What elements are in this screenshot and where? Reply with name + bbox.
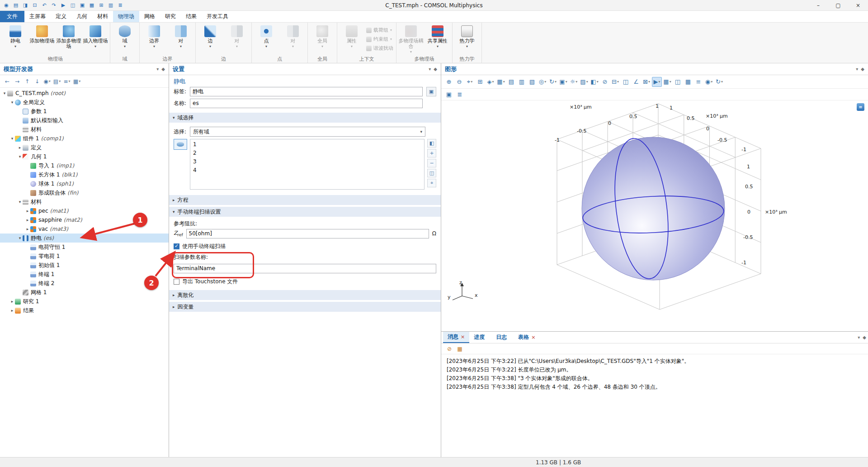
ribbon-button[interactable]: 对 <box>168 24 194 48</box>
tree-node[interactable]: 零电荷 1 <box>0 252 169 261</box>
new-file-icon[interactable]: ▤ <box>11 1 20 10</box>
tree-node[interactable]: 电荷守恒 1 <box>0 243 169 252</box>
export-touchstone-checkbox[interactable] <box>174 279 179 285</box>
zoom-to-selection-icon[interactable]: ⌖ <box>427 179 436 187</box>
deselect-all-icon[interactable]: ⊘ <box>600 77 610 87</box>
xy-view-icon[interactable]: ▤ <box>506 77 516 87</box>
domain-list-item[interactable]: 1 <box>190 140 424 149</box>
color-theme-icon[interactable]: ▨ <box>579 77 589 87</box>
clip-plane-icon[interactable]: ⊠ <box>642 77 651 87</box>
save-icon[interactable]: ⊡ <box>30 1 39 10</box>
section-discretization[interactable]: 离散化 <box>169 290 441 300</box>
expand-arrow-icon[interactable]: ▾ <box>17 200 23 204</box>
ribbon-tab[interactable]: 研究 <box>160 11 181 22</box>
collapse-all-icon[interactable]: ▤ <box>52 77 61 86</box>
ribbon-button[interactable]: 属性 <box>339 24 365 48</box>
print-icon[interactable]: ≣ <box>455 90 465 100</box>
expand-arrow-icon[interactable]: ▸ <box>9 308 15 313</box>
go-to-default-view-icon[interactable]: ◈ <box>486 77 495 87</box>
view-menu-icon[interactable]: ▦ <box>496 77 506 87</box>
hide-objects-icon[interactable]: ⊟ <box>610 77 620 87</box>
messages-tab[interactable]: 消息 × <box>443 332 469 343</box>
tree-node[interactable]: ▾ 全局定义 <box>0 98 169 107</box>
back-icon[interactable]: ← <box>3 77 12 86</box>
panel-options-icon[interactable]: ▾ <box>858 335 860 340</box>
tree-node[interactable]: ▸ pec (mat1) <box>0 206 169 215</box>
zoom-box-icon[interactable]: ⌖ <box>465 77 475 87</box>
tree-node[interactable]: 网格 1 <box>0 288 169 297</box>
section-dependent-variables[interactable]: 因变量 <box>169 302 441 312</box>
image-menu-icon[interactable]: ▣ <box>558 77 568 87</box>
messages-tab[interactable]: 表格 × <box>514 332 540 343</box>
sweep-param-input[interactable] <box>174 264 436 273</box>
open-file-icon[interactable]: ◨ <box>21 1 30 10</box>
close-button[interactable]: × <box>848 0 868 10</box>
tree-node[interactable]: 终端 2 <box>0 279 169 288</box>
render-options-icon[interactable]: ◉ <box>704 77 714 87</box>
tree-node[interactable]: 球体 1 (sph1) <box>0 179 169 188</box>
zoom-extents-icon[interactable]: ⊞ <box>475 77 485 87</box>
zx-view-icon[interactable]: ▧ <box>527 77 537 87</box>
ribbon-tab[interactable]: 网格 <box>139 11 160 22</box>
tree-node[interactable]: 长方体 1 (blk1) <box>0 170 169 179</box>
expand-arrow-icon[interactable]: ▾ <box>17 236 23 240</box>
expand-arrow-icon[interactable]: ▸ <box>9 299 15 304</box>
transparency-icon[interactable]: ◫ <box>621 77 631 87</box>
ribbon-tab[interactable]: 结果 <box>181 11 202 22</box>
move-up-icon[interactable]: ↑ <box>23 77 32 86</box>
tree-node[interactable]: ▸ sapphire (mat2) <box>0 215 169 224</box>
tree-node[interactable]: 终端 1 <box>0 270 169 279</box>
ribbon-button[interactable]: 共享属性 <box>425 24 451 48</box>
app-icon[interactable]: ◉ <box>2 1 11 10</box>
panel-options-icon[interactable]: ▾ <box>429 67 431 71</box>
label-edit-icon[interactable]: ▣ <box>426 87 436 96</box>
ribbon-button[interactable]: 静电 <box>2 24 28 48</box>
tree-node[interactable]: 形成联合体 (fin) <box>0 188 169 197</box>
add-to-selection-icon[interactable]: + <box>427 149 436 157</box>
pin-icon[interactable]: ◆ <box>161 67 165 71</box>
measure-icon[interactable]: ∠ <box>631 77 641 87</box>
minimize-button[interactable]: – <box>808 0 828 10</box>
graphics-info-icon[interactable]: ≡ <box>857 103 864 111</box>
refresh-icon[interactable]: ↻ <box>714 77 724 87</box>
compact-tree-icon[interactable]: ▦ <box>72 77 81 86</box>
zoom-in-icon[interactable]: ⊕ <box>444 77 454 87</box>
domain-list-item[interactable]: 3 <box>190 157 424 166</box>
label-input[interactable] <box>190 87 423 96</box>
ribbon-small-button[interactable]: 谐波扰动 <box>365 44 395 52</box>
maximize-button[interactable]: ▢ <box>828 0 848 10</box>
pin-icon[interactable]: ◆ <box>863 335 866 340</box>
ribbon-tab[interactable]: 定义 <box>51 11 71 22</box>
window-layout-icon[interactable]: ▥ <box>106 1 115 10</box>
tree-node[interactable]: ▸ 定义 <box>0 143 169 152</box>
name-input[interactable] <box>190 99 423 108</box>
play-animation-icon[interactable]: ▶ <box>652 77 662 87</box>
messages-tab[interactable]: 日志 <box>491 332 514 343</box>
expand-arrow-icon[interactable]: ▾ <box>9 136 15 141</box>
ribbon-button[interactable]: 点 <box>253 24 279 48</box>
ribbon-small-button[interactable]: 约束组 <box>365 35 395 43</box>
run-icon[interactable]: ▶ <box>59 1 68 10</box>
ribbon-small-button[interactable]: 载荷组 <box>365 26 395 34</box>
split-view-icon[interactable]: ◫ <box>673 77 683 87</box>
selection-list-icon[interactable]: ≡ <box>693 77 703 87</box>
tree-node[interactable]: ▾ 几何 1 <box>0 152 169 161</box>
expand-arrow-icon[interactable]: ▾ <box>2 91 7 95</box>
panel-options-icon[interactable]: ▾ <box>156 67 159 71</box>
tree-node[interactable]: 参数 1 <box>0 107 169 116</box>
open-table-icon[interactable]: ▦ <box>455 344 464 353</box>
expand-arrow-icon[interactable]: ▸ <box>25 209 30 213</box>
scene-light-icon[interactable]: ☼ <box>569 77 579 87</box>
tree-node[interactable]: ▸ 研究 1 <box>0 297 169 306</box>
graphics-canvas[interactable]: ×10³ μm110.50.5×10³ μm00-0.5-0.5-1-110.5… <box>441 100 868 331</box>
tree-node[interactable]: ▾ C_TEST.mph (root) <box>0 89 169 98</box>
zref-input[interactable] <box>186 229 429 238</box>
copy-icon[interactable]: ◫ <box>68 1 77 10</box>
expand-arrow-icon[interactable]: ▾ <box>17 154 23 159</box>
model-library-icon[interactable]: ▦ <box>87 1 96 10</box>
ribbon-button[interactable]: 多物理场耦合 <box>398 24 424 54</box>
ribbon-button[interactable]: 边 <box>197 24 223 48</box>
active-selection-toggle[interactable] <box>174 139 187 150</box>
expand-arrow-icon[interactable]: ▾ <box>9 100 15 105</box>
tree-node[interactable]: 初始值 1 <box>0 261 169 270</box>
